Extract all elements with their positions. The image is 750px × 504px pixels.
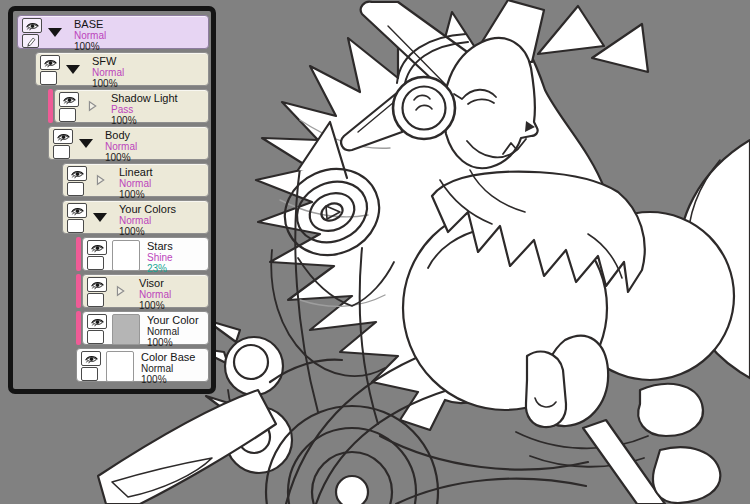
layer-name: Visor [139, 277, 171, 289]
layer-row-body[interactable]: Body Normal 100% [48, 126, 211, 160]
layer-name: Lineart [119, 166, 153, 178]
layer-blend-mode: Normal [119, 215, 176, 226]
mask-box[interactable] [87, 293, 104, 307]
layer-name: Your Color [147, 314, 199, 326]
layer-blend-mode: Normal [74, 30, 106, 41]
visibility-eye-icon[interactable] [67, 166, 87, 181]
expand-triangle-icon[interactable] [77, 139, 95, 148]
layer-name: BASE [74, 18, 106, 30]
layer-row-lineart[interactable]: Lineart Normal 100% [62, 163, 211, 197]
mask-box[interactable] [59, 108, 76, 122]
layer-opacity: 100% [141, 374, 195, 385]
layer-blend-mode: Shine [147, 252, 173, 263]
layer-opacity: 100% [105, 152, 137, 163]
layer-blend-mode: Pass [111, 104, 178, 115]
layer-opacity: 100% [92, 78, 124, 89]
layer-row-sfw[interactable]: SFW Normal 100% [35, 52, 211, 86]
layer-row-your-color[interactable]: Your Color Normal 100% [76, 311, 211, 345]
accent-stripe [76, 274, 81, 308]
layers-panel: BASE Normal 100% SFW Normal 100% [8, 6, 216, 394]
layer-blend-mode: Normal [147, 326, 199, 337]
layer-name: Color Base [141, 351, 195, 363]
collapse-triangle-icon[interactable] [91, 174, 109, 186]
layer-blend-mode: Normal [139, 289, 171, 300]
visibility-eye-icon[interactable] [40, 55, 60, 70]
layer-opacity: 100% [119, 226, 176, 237]
layer-thumbnail[interactable] [112, 314, 140, 345]
layer-opacity: 100% [147, 337, 199, 348]
layer-blend-mode: Normal [119, 178, 153, 189]
collapse-triangle-icon[interactable] [83, 100, 101, 112]
layer-opacity: 100% [74, 41, 106, 52]
mask-box[interactable] [87, 330, 104, 344]
layer-name: Shadow Light [111, 92, 178, 104]
layer-row-shadow-light[interactable]: Shadow Light Pass 100% [48, 89, 211, 123]
layer-name: Your Colors [119, 203, 176, 215]
accent-stripe [76, 311, 81, 345]
mask-box[interactable] [67, 219, 84, 233]
pencil-icon[interactable] [22, 34, 39, 48]
visibility-eye-icon[interactable] [87, 277, 107, 292]
layer-opacity: 100% [119, 189, 153, 200]
layer-name: Body [105, 129, 137, 141]
visibility-eye-icon[interactable] [87, 240, 107, 255]
mask-box[interactable] [40, 71, 57, 85]
layer-blend-mode: Normal [105, 141, 137, 152]
expand-triangle-icon[interactable] [46, 28, 64, 37]
layer-blend-mode: Normal [141, 363, 195, 374]
layer-row-stars[interactable]: Stars Shine 23% [76, 237, 211, 271]
visibility-eye-icon[interactable] [22, 18, 42, 33]
layer-thumbnail[interactable] [112, 240, 140, 271]
collapse-triangle-icon[interactable] [111, 285, 129, 297]
layer-row-your-colors[interactable]: Your Colors Normal 100% [62, 200, 211, 234]
layer-row-color-base[interactable]: Color Base Normal 100% [76, 348, 211, 382]
layer-opacity: 100% [139, 300, 171, 311]
layer-thumbnail[interactable] [106, 351, 134, 382]
visibility-eye-icon[interactable] [87, 314, 107, 329]
expand-triangle-icon[interactable] [64, 65, 82, 74]
mask-box[interactable] [53, 145, 70, 159]
layer-row-base[interactable]: BASE Normal 100% [17, 15, 211, 49]
expand-triangle-icon[interactable] [91, 213, 109, 222]
visibility-eye-icon[interactable] [59, 92, 79, 107]
layer-row-visor[interactable]: Visor Normal 100% [76, 274, 211, 308]
layer-blend-mode: Normal [92, 67, 124, 78]
visibility-eye-icon[interactable] [81, 351, 101, 366]
accent-stripe [48, 89, 53, 123]
accent-stripe [76, 237, 81, 271]
visibility-eye-icon[interactable] [53, 129, 73, 144]
layer-name: SFW [92, 55, 124, 67]
visibility-eye-icon[interactable] [67, 203, 87, 218]
layer-name: Stars [147, 240, 173, 252]
layer-opacity: 100% [111, 115, 178, 126]
mask-box[interactable] [67, 182, 84, 196]
mask-box[interactable] [81, 367, 98, 381]
mask-box[interactable] [87, 256, 104, 270]
layer-opacity: 23% [147, 263, 173, 274]
